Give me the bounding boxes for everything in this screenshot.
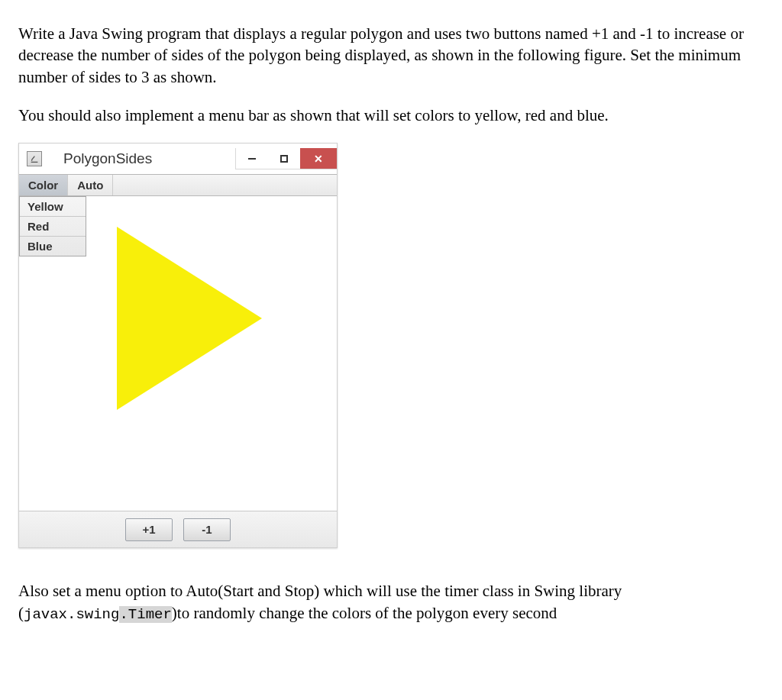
window-controls: ✕: [235, 148, 337, 169]
menubar: Color Auto: [19, 174, 337, 196]
app-window: PolygonSides ✕ Color Auto Yellow Red Blu…: [18, 143, 338, 548]
bottom-panel: +1 -1: [19, 511, 337, 547]
increment-button[interactable]: +1: [125, 518, 173, 541]
maximize-button[interactable]: [268, 148, 300, 169]
decrement-button[interactable]: -1: [183, 518, 231, 541]
dropdown-item-blue[interactable]: Blue: [20, 236, 86, 256]
close-button[interactable]: ✕: [300, 148, 337, 169]
java-app-icon: [27, 151, 42, 166]
minimize-button[interactable]: [236, 148, 268, 169]
dropdown-item-yellow[interactable]: Yellow: [20, 197, 86, 216]
titlebar: PolygonSides ✕: [19, 144, 337, 174]
instruction-paragraph-2: You should also implement a menu bar as …: [18, 105, 764, 126]
instruction-paragraph-3: Also set a menu option to Auto(Start and…: [18, 580, 764, 624]
color-dropdown: Yellow Red Blue: [19, 196, 86, 256]
polygon-canvas: [102, 219, 270, 422]
window-title: PolygonSides: [63, 150, 152, 167]
instruction-paragraph-1: Write a Java Swing program that displays…: [18, 23, 764, 88]
p3-text-b: )to randomly change the colors of the po…: [172, 604, 557, 622]
dropdown-item-red[interactable]: Red: [20, 216, 86, 236]
menubar-item-auto[interactable]: Auto: [68, 175, 113, 195]
polygon-shape: [117, 227, 262, 410]
code-snippet: javax.swing.Timer: [24, 606, 172, 623]
close-icon: ✕: [314, 153, 323, 165]
content-area: Yellow Red Blue: [19, 196, 337, 511]
menubar-item-color[interactable]: Color: [19, 175, 68, 195]
